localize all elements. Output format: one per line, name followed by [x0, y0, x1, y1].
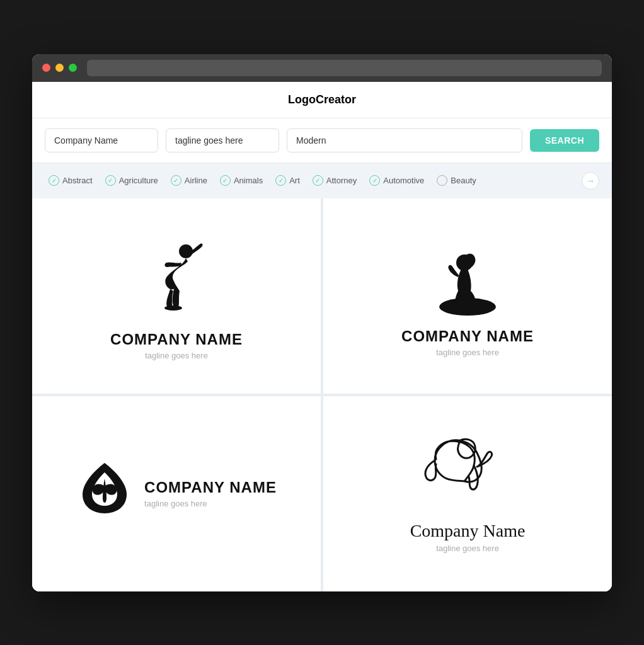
svg-point-1: [164, 305, 182, 311]
app-window: LogoCreator SEARCH ✓ Abstract ✓ Agricult…: [32, 54, 612, 591]
logo-icon-mermaid: [423, 234, 512, 316]
filter-airline[interactable]: ✓ Airline: [167, 173, 211, 188]
filter-label-art: Art: [289, 176, 300, 185]
logo-icon-discus: [139, 231, 214, 319]
filter-attorney[interactable]: ✓ Attorney: [309, 173, 360, 188]
filter-check-agriculture: ✓: [105, 175, 116, 186]
logo-2-tagline: tagline goes here: [436, 348, 499, 357]
logo-icon-elephant: [417, 434, 518, 510]
filter-check-beauty: [437, 175, 447, 186]
filter-agriculture[interactable]: ✓ Agriculture: [101, 173, 162, 188]
filter-label-attorney: Attorney: [326, 176, 357, 185]
logo-card-2[interactable]: COMPANY NAME tagline goes here: [323, 198, 612, 394]
filter-art[interactable]: ✓ Art: [272, 173, 304, 188]
style-input[interactable]: [287, 128, 522, 152]
search-bar: SEARCH: [32, 118, 612, 163]
filter-check-animals: ✓: [220, 175, 231, 186]
logo-3-company: COMPANY NAME: [144, 479, 277, 496]
logo-2-company: COMPANY NAME: [401, 328, 534, 345]
tagline-input[interactable]: [166, 128, 279, 152]
logo-4-tagline: tagline goes here: [436, 544, 499, 553]
filter-check-abstract: ✓: [49, 175, 59, 186]
filter-check-airline: ✓: [171, 175, 181, 186]
logo-1-company: COMPANY NAME: [110, 331, 243, 348]
filter-label-airline: Airline: [185, 176, 207, 185]
svg-point-0: [179, 244, 193, 258]
logo-3-tagline: tagline goes here: [144, 499, 207, 508]
app-body: LogoCreator SEARCH ✓ Abstract ✓ Agricult…: [32, 82, 612, 591]
company-name-input[interactable]: [45, 128, 158, 152]
logo-1-tagline: tagline goes here: [145, 351, 208, 360]
logo-3-text: COMPANY NAME tagline goes here: [144, 479, 277, 508]
search-button[interactable]: SEARCH: [530, 129, 599, 152]
filter-check-automotive: ✓: [369, 175, 380, 186]
app-header: LogoCreator: [32, 82, 612, 118]
filter-check-art: ✓: [275, 175, 286, 186]
logo-4-company: Company Name: [410, 521, 526, 541]
titlebar: [32, 54, 612, 82]
logo-card-1[interactable]: COMPANY NAME tagline goes here: [32, 198, 321, 394]
filter-label-animals: Animals: [234, 176, 263, 185]
filter-check-attorney: ✓: [313, 175, 323, 186]
app-title: LogoCreator: [288, 93, 356, 106]
url-bar[interactable]: [87, 60, 602, 76]
filter-bar: ✓ Abstract ✓ Agriculture ✓ Airline ✓ Ani…: [32, 163, 612, 198]
filter-label-abstract: Abstract: [62, 176, 93, 185]
minimize-button[interactable]: [55, 64, 64, 72]
filter-next-button[interactable]: →: [582, 172, 599, 190]
maximize-button[interactable]: [69, 64, 77, 72]
logo-icon-plant: [76, 460, 133, 517]
logo-card-3[interactable]: COMPANY NAME tagline goes here: [32, 396, 321, 591]
logo-grid: COMPANY NAME tagline goes here: [32, 198, 612, 591]
filter-label-beauty: Beauty: [451, 176, 476, 185]
filter-abstract[interactable]: ✓ Abstract: [45, 173, 96, 188]
filter-automotive[interactable]: ✓ Automotive: [365, 173, 428, 188]
filter-label-agriculture: Agriculture: [119, 176, 158, 185]
filter-animals[interactable]: ✓ Animals: [216, 173, 267, 188]
logo-card-4[interactable]: Company Name tagline goes here: [323, 396, 612, 591]
filter-label-automotive: Automotive: [383, 176, 424, 185]
close-button[interactable]: [42, 64, 50, 72]
filter-beauty[interactable]: Beauty: [433, 173, 480, 188]
